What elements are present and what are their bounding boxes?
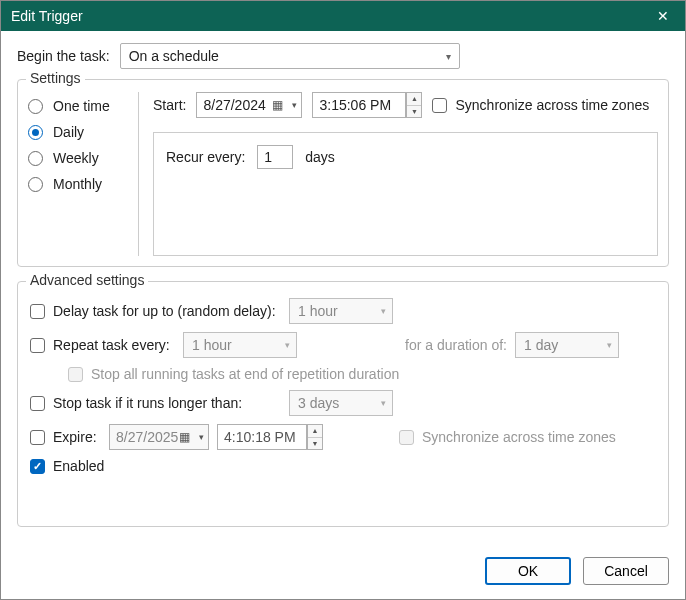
delay-checkbox[interactable] bbox=[30, 304, 45, 319]
recur-panel: Recur every: 1 days bbox=[153, 132, 658, 256]
start-time-input[interactable]: 3:15:06 PM bbox=[312, 92, 406, 118]
begin-task-dropdown[interactable]: On a schedule ▾ bbox=[120, 43, 460, 69]
expire-checkbox[interactable] bbox=[30, 430, 45, 445]
chevron-down-icon: ▾ bbox=[381, 306, 386, 316]
recur-label: Recur every: bbox=[166, 149, 245, 165]
enabled-label: Enabled bbox=[53, 458, 104, 474]
expire-time-spinner[interactable]: ▲▼ bbox=[307, 424, 323, 450]
expire-label: Expire: bbox=[53, 429, 101, 445]
stop-if-checkbox[interactable] bbox=[30, 396, 45, 411]
radio-monthly[interactable]: Monthly bbox=[28, 176, 138, 192]
stop-if-label: Stop task if it runs longer than: bbox=[53, 395, 281, 411]
expire-sync-label: Synchronize across time zones bbox=[422, 429, 616, 445]
radio-monthly-label: Monthly bbox=[53, 176, 102, 192]
duration-label: for a duration of: bbox=[405, 337, 507, 353]
cancel-button[interactable]: Cancel bbox=[583, 557, 669, 585]
chevron-down-icon: ▾ bbox=[292, 100, 297, 110]
chevron-down-icon: ▾ bbox=[446, 51, 451, 62]
enabled-checkbox[interactable] bbox=[30, 459, 45, 474]
advanced-legend: Advanced settings bbox=[26, 272, 148, 288]
recur-value-input[interactable]: 1 bbox=[257, 145, 293, 169]
settings-fieldset: Settings One time Daily Weekly Monthly S… bbox=[17, 79, 669, 267]
stop-all-label: Stop all running tasks at end of repetit… bbox=[91, 366, 399, 382]
spinner-down-icon[interactable]: ▼ bbox=[407, 106, 421, 118]
repeat-label: Repeat task every: bbox=[53, 337, 175, 353]
titlebar: Edit Trigger ✕ bbox=[1, 1, 685, 31]
delay-combo[interactable]: 1 hour▾ bbox=[289, 298, 393, 324]
stop-all-checkbox bbox=[68, 367, 83, 382]
duration-combo[interactable]: 1 day▾ bbox=[515, 332, 619, 358]
radio-weekly-label: Weekly bbox=[53, 150, 99, 166]
duration-value: 1 day bbox=[524, 337, 558, 353]
start-label: Start: bbox=[153, 97, 186, 113]
begin-task-value: On a schedule bbox=[129, 48, 219, 64]
start-date-value: 8/27/2024 bbox=[203, 97, 265, 113]
stop-if-combo[interactable]: 3 days▾ bbox=[289, 390, 393, 416]
radio-weekly[interactable]: Weekly bbox=[28, 150, 138, 166]
spinner-up-icon[interactable]: ▲ bbox=[308, 425, 322, 438]
sync-timezones-label: Synchronize across time zones bbox=[455, 97, 649, 113]
edit-trigger-dialog: Edit Trigger ✕ Begin the task: On a sche… bbox=[0, 0, 686, 600]
repeat-checkbox[interactable] bbox=[30, 338, 45, 353]
settings-legend: Settings bbox=[26, 70, 85, 86]
expire-date-value: 8/27/2025 bbox=[116, 429, 178, 445]
calendar-icon: ▦ bbox=[272, 98, 283, 112]
spinner-up-icon[interactable]: ▲ bbox=[407, 93, 421, 106]
start-date-input[interactable]: 8/27/2024 ▦ ▾ bbox=[196, 92, 302, 118]
ok-button[interactable]: OK bbox=[485, 557, 571, 585]
spinner-down-icon[interactable]: ▼ bbox=[308, 438, 322, 450]
recur-value: 1 bbox=[264, 149, 272, 165]
calendar-icon: ▦ bbox=[179, 430, 190, 444]
expire-time-input[interactable]: 4:10:18 PM bbox=[217, 424, 307, 450]
chevron-down-icon: ▾ bbox=[285, 340, 290, 350]
window-title: Edit Trigger bbox=[11, 8, 83, 24]
radio-one-time-label: One time bbox=[53, 98, 110, 114]
chevron-down-icon: ▾ bbox=[199, 432, 204, 442]
repeat-combo[interactable]: 1 hour▾ bbox=[183, 332, 297, 358]
radio-daily-label: Daily bbox=[53, 124, 84, 140]
sync-timezones-checkbox[interactable] bbox=[432, 98, 447, 113]
radio-one-time[interactable]: One time bbox=[28, 98, 138, 114]
stop-if-value: 3 days bbox=[298, 395, 339, 411]
delay-label: Delay task for up to (random delay): bbox=[53, 303, 281, 319]
recur-unit-label: days bbox=[305, 149, 335, 165]
begin-task-label: Begin the task: bbox=[17, 48, 110, 64]
expire-date-input[interactable]: 8/27/2025 ▦ ▾ bbox=[109, 424, 209, 450]
chevron-down-icon: ▾ bbox=[607, 340, 612, 350]
chevron-down-icon: ▾ bbox=[381, 398, 386, 408]
radio-daily[interactable]: Daily bbox=[28, 124, 138, 140]
start-time-value: 3:15:06 PM bbox=[319, 97, 391, 113]
start-time-spinner[interactable]: ▲▼ bbox=[406, 92, 422, 118]
advanced-fieldset: Advanced settings Delay task for up to (… bbox=[17, 281, 669, 527]
delay-value: 1 hour bbox=[298, 303, 338, 319]
repeat-value: 1 hour bbox=[192, 337, 232, 353]
expire-sync-checkbox bbox=[399, 430, 414, 445]
expire-time-value: 4:10:18 PM bbox=[224, 429, 296, 445]
close-icon[interactable]: ✕ bbox=[651, 8, 675, 24]
